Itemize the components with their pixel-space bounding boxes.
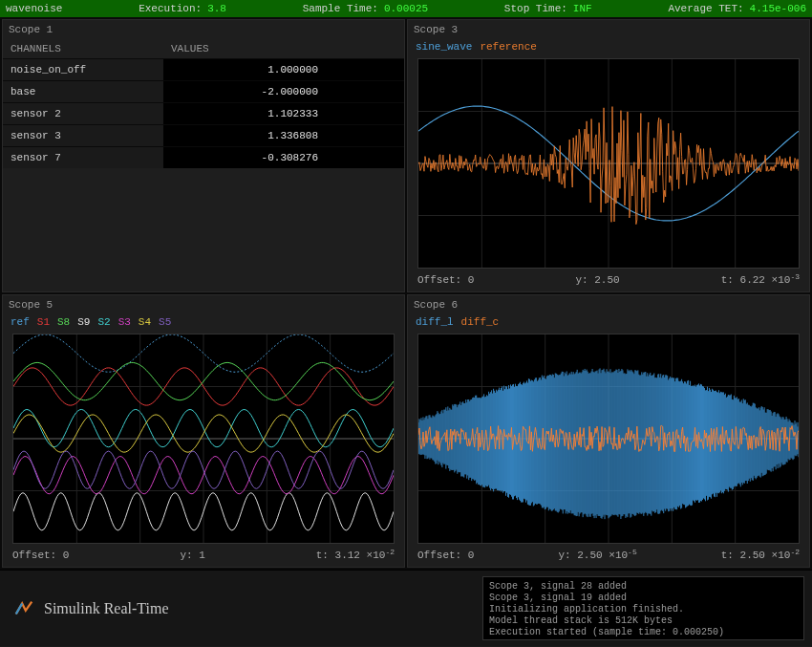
stop-label: Stop Time: — [504, 3, 567, 14]
legend-item: S9 — [77, 316, 90, 328]
legend-item: S8 — [57, 316, 70, 328]
console-line: Scope 3, signal 28 added — [489, 581, 798, 593]
console-line: Scope 3, signal 19 added — [489, 593, 798, 604]
col-channels: CHANNELS — [3, 39, 163, 59]
scope-6-offset: Offset: 0 — [417, 550, 474, 561]
scope-3-footer: Offset: 0 y: 2.50 t: 6.22 ×10-3 — [408, 270, 809, 291]
col-values: VALUES — [163, 39, 404, 59]
channel-value: 1.000000 — [163, 59, 404, 81]
scope-3-legend: sine_wavereference — [408, 39, 809, 54]
scope-5-y: y: 1 — [180, 550, 204, 561]
scope-6-legend: diff_ldiff_c — [408, 314, 809, 330]
legend-item: S4 — [139, 316, 151, 328]
scope-5-offset: Offset: 0 — [12, 550, 69, 561]
tet-label: Average TET: — [668, 3, 743, 14]
channel-value: -2.000000 — [163, 81, 404, 103]
channel-value: 1.336808 — [163, 125, 404, 147]
legend-item: sine_wave — [416, 41, 472, 53]
scope-6-footer: Offset: 0 y: 2.50 ×10-5 t: 2.50 ×10-2 — [408, 546, 809, 567]
legend-item: ref — [11, 316, 30, 328]
console-line: Model thread stack is 512K bytes — [489, 615, 798, 627]
scope-5-panel: Scope 5 refS1S8S9S2S3S4S5 Offset: 0 y: 1… — [2, 294, 405, 568]
scope-5-t: t: 3.12 ×10-2 — [316, 550, 395, 561]
scope-5-title: Scope 5 — [3, 295, 404, 314]
scope-3-title: Scope 3 — [408, 20, 809, 39]
channel-name: base — [3, 81, 163, 103]
scope-6-t: t: 2.50 ×10-2 — [721, 550, 800, 561]
scope-1-title: Scope 1 — [3, 20, 404, 39]
channel-name: sensor 3 — [3, 125, 163, 147]
sample-label: Sample Time: — [303, 3, 378, 14]
table-row[interactable]: noise_on_off1.000000 — [3, 59, 404, 81]
table-row[interactable]: sensor 7-0.308276 — [3, 147, 404, 169]
scope-3-y: y: 2.50 — [575, 274, 619, 286]
simulink-logo-icon — [13, 598, 34, 619]
legend-item: S3 — [118, 316, 131, 328]
brand-text: Simulink Real-Time — [44, 600, 169, 617]
scope-3-offset: Offset: 0 — [417, 274, 474, 286]
console[interactable]: Scope 3, signal 28 added Scope 3, signal… — [482, 576, 804, 640]
legend-item: S2 — [97, 316, 110, 328]
scope-5-legend: refS1S8S9S2S3S4S5 — [3, 314, 404, 330]
channel-name: sensor 7 — [3, 147, 163, 169]
app-title: wavenoise — [6, 3, 62, 14]
table-row[interactable]: base-2.000000 — [3, 81, 404, 103]
legend-item: S1 — [37, 316, 50, 328]
scope-3-plot[interactable] — [417, 58, 800, 269]
stop-value: INF — [573, 3, 592, 14]
console-line: Execution started (sample time: 0.000250… — [489, 627, 798, 638]
brand: Simulink Real-Time — [0, 571, 482, 646]
scope-6-y: y: 2.50 ×10-5 — [558, 550, 636, 561]
scope-6-panel: Scope 6 diff_ldiff_c Offset: 0 y: 2.50 ×… — [407, 294, 810, 568]
legend-item: S5 — [159, 316, 171, 328]
exec-value: 3.8 — [207, 3, 226, 14]
exec-label: Execution: — [139, 3, 202, 14]
sample-value: 0.00025 — [384, 3, 428, 14]
scope-6-plot[interactable] — [417, 334, 800, 544]
status-bar: wavenoise Execution: 3.8 Sample Time: 0.… — [0, 0, 812, 17]
channels-table: CHANNELS VALUES noise_on_off1.000000base… — [3, 39, 404, 168]
bottom-bar: Simulink Real-Time Scope 3, signal 28 ad… — [0, 570, 812, 646]
legend-item: reference — [480, 41, 536, 53]
legend-item: diff_l — [416, 316, 454, 328]
channel-name: noise_on_off — [3, 59, 163, 81]
channel-name: sensor 2 — [3, 103, 163, 125]
table-row[interactable]: sensor 21.102333 — [3, 103, 404, 125]
scope-3-panel: Scope 3 sine_wavereference Offset: 0 y: … — [407, 19, 810, 292]
scope-5-plot[interactable] — [12, 334, 395, 544]
channel-value: 1.102333 — [163, 103, 404, 125]
scope-6-title: Scope 6 — [408, 295, 809, 314]
scope-1-panel: Scope 1 CHANNELS VALUES noise_on_off1.00… — [2, 19, 405, 292]
channel-value: -0.308276 — [163, 147, 404, 169]
legend-item: diff_c — [461, 316, 500, 328]
console-line: Initializing application finished. — [489, 604, 798, 615]
table-row[interactable]: sensor 31.336808 — [3, 125, 404, 147]
scope-3-t: t: 6.22 ×10-3 — [721, 274, 800, 286]
scope-grid: Scope 1 CHANNELS VALUES noise_on_off1.00… — [0, 17, 812, 570]
tet-value: 4.15e-006 — [750, 3, 806, 14]
scope-5-footer: Offset: 0 y: 1 t: 3.12 ×10-2 — [3, 546, 404, 567]
